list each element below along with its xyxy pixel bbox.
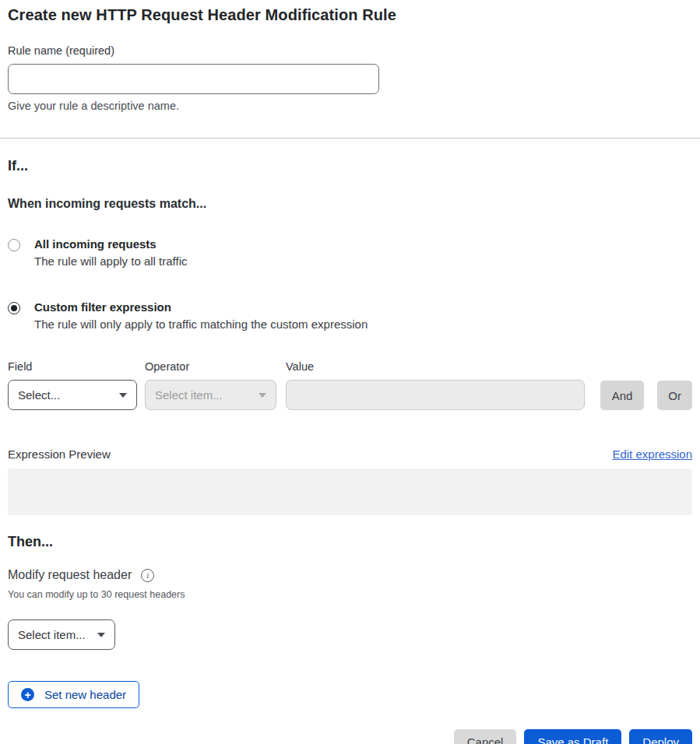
radio-label-all-incoming: All incoming requests [34, 237, 187, 251]
operator-select-value: Select item... [155, 388, 223, 402]
section-divider [0, 138, 700, 139]
chevron-down-icon [119, 393, 127, 398]
radio-desc-custom-filter: The rule will only apply to traffic matc… [34, 318, 368, 331]
deploy-button[interactable]: Deploy [629, 729, 692, 744]
radio-option-custom-filter[interactable]: Custom filter expression The rule will o… [8, 300, 692, 331]
rule-name-label: Rule name (required) [8, 44, 692, 57]
chevron-down-icon [97, 633, 105, 637]
expression-preview-label: Expression Preview [8, 447, 111, 461]
modify-request-header-label: Modify request header [8, 568, 132, 582]
info-icon[interactable]: i [141, 569, 154, 582]
set-new-header-label: Set new header [44, 688, 126, 701]
or-button[interactable]: Or [657, 381, 692, 410]
rule-name-input[interactable] [8, 64, 379, 94]
expression-preview-box [8, 469, 692, 515]
page-title: Create new HTTP Request Header Modificat… [8, 6, 692, 24]
create-rule-form: Create new HTTP Request Header Modificat… [0, 0, 700, 744]
radio-unselected-icon[interactable] [8, 239, 20, 251]
expression-builder-row: Field Select... Operator Select item... … [8, 360, 692, 410]
header-item-select[interactable]: Select item... [8, 619, 115, 650]
set-new-header-button[interactable]: + Set new header [8, 681, 139, 708]
match-subheading: When incoming requests match... [8, 197, 692, 211]
chevron-down-icon [259, 393, 266, 398]
then-heading: Then... [8, 534, 692, 550]
rule-name-helper: Give your rule a descriptive name. [8, 100, 692, 112]
modify-header-helper: You can modify up to 30 request headers [8, 589, 692, 600]
value-input [286, 380, 585, 410]
cancel-button[interactable]: Cancel [454, 729, 517, 744]
field-label: Field [8, 360, 137, 373]
plus-circle-icon: + [21, 688, 34, 701]
operator-select: Select item... [145, 380, 276, 410]
modify-header-row: Modify request header i [8, 568, 692, 582]
operator-label: Operator [145, 360, 276, 373]
edit-expression-link[interactable]: Edit expression [612, 447, 692, 461]
radio-label-custom-filter: Custom filter expression [34, 300, 368, 314]
radio-desc-all-incoming: The rule will apply to all traffic [34, 254, 187, 268]
header-item-select-value: Select item... [18, 628, 86, 641]
footer-actions: Cancel Save as Draft Deploy [8, 729, 692, 744]
field-select-value: Select... [18, 388, 60, 402]
radio-selected-icon[interactable] [8, 302, 20, 314]
value-label: Value [286, 360, 585, 373]
radio-option-all-incoming[interactable]: All incoming requests The rule will appl… [8, 237, 692, 268]
field-select[interactable]: Select... [8, 380, 137, 410]
if-heading: If... [8, 158, 692, 174]
and-button[interactable]: And [600, 381, 645, 410]
save-as-draft-button[interactable]: Save as Draft [524, 729, 621, 744]
expression-preview-header: Expression Preview Edit expression [8, 447, 692, 461]
